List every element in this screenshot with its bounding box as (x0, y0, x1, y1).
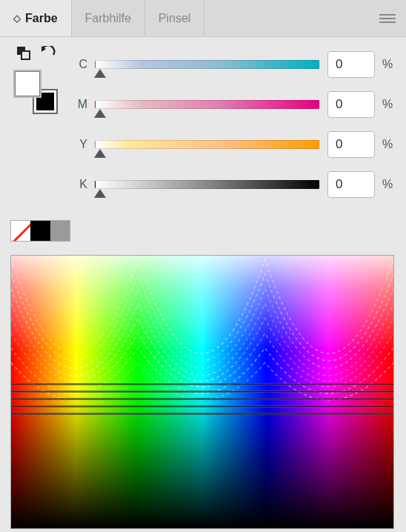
label-k: K (73, 178, 87, 191)
color-spectrum[interactable] (10, 255, 394, 529)
spectrum-hline (11, 390, 393, 393)
slider-row-c: C 0 % (73, 51, 396, 78)
cmyk-sliders: C 0 % M 0 % Y 0 % K (73, 51, 396, 198)
left-tool-column (10, 46, 62, 198)
slider-thumb-y[interactable] (94, 149, 106, 158)
value-c[interactable]: 0 (327, 51, 375, 78)
tab-brushes[interactable]: Pinsel (145, 0, 205, 36)
slider-thumb-k[interactable] (94, 189, 106, 198)
value-k[interactable]: 0 (327, 171, 375, 198)
slider-row-y: Y 0 % (73, 131, 396, 158)
swap-fill-stroke-icon[interactable] (16, 46, 31, 61)
label-y: Y (73, 138, 87, 151)
label-c: C (73, 58, 87, 71)
expand-collapse-icon: ◇ (13, 13, 21, 24)
slider-y[interactable] (95, 140, 320, 149)
percent-c: % (382, 58, 396, 71)
slider-thumb-m[interactable] (94, 109, 106, 118)
quick-swatches (10, 220, 70, 242)
color-panel-body: C 0 % M 0 % Y 0 % K (0, 37, 406, 198)
fill-stroke-swatches[interactable] (15, 71, 58, 114)
fill-swatch[interactable] (15, 71, 40, 96)
label-m: M (73, 98, 87, 111)
panel-menu-button[interactable] (369, 0, 406, 36)
swatch-black[interactable] (30, 221, 50, 241)
slider-m[interactable] (95, 100, 320, 109)
panel-tab-bar: ◇ Farbe Farbhilfe Pinsel (0, 0, 406, 37)
spectrum-hline (11, 413, 393, 415)
percent-y: % (382, 138, 396, 151)
slider-thumb-c[interactable] (94, 69, 106, 78)
tab-color-label: Farbe (25, 12, 58, 25)
value-m[interactable]: 0 (327, 91, 375, 118)
spectrum-hline (11, 383, 393, 385)
slider-k[interactable] (95, 180, 320, 189)
slider-row-k: K 0 % (73, 171, 396, 198)
menu-icon (379, 14, 396, 23)
reset-colors-icon[interactable] (40, 46, 56, 59)
tab-color-guide[interactable]: Farbhilfe (72, 0, 145, 36)
spectrum-hline (11, 405, 393, 408)
tab-color[interactable]: ◇ Farbe (0, 0, 72, 36)
percent-k: % (382, 178, 396, 191)
slider-row-m: M 0 % (73, 91, 396, 118)
svg-rect-1 (21, 51, 30, 59)
percent-m: % (382, 98, 396, 111)
tab-brushes-label: Pinsel (159, 12, 191, 25)
value-y[interactable]: 0 (327, 131, 375, 158)
tab-color-guide-label: Farbhilfe (85, 12, 131, 25)
slider-c[interactable] (95, 60, 320, 69)
spectrum-hline (11, 398, 393, 400)
swatch-none[interactable] (11, 221, 30, 241)
swatch-gray[interactable] (50, 221, 70, 241)
